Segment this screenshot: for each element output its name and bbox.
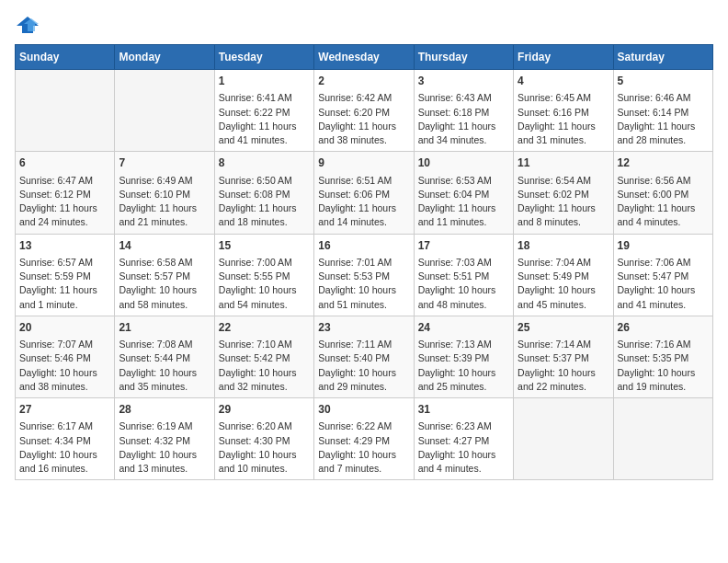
day-number: 9: [318, 155, 409, 171]
day-number: 27: [19, 402, 110, 418]
calendar-cell: 13Sunrise: 6:57 AMSunset: 5:59 PMDayligh…: [16, 234, 115, 316]
calendar-cell: 2Sunrise: 6:42 AMSunset: 6:20 PMDaylight…: [314, 70, 414, 152]
cell-text: Sunset: 4:30 PM: [219, 434, 310, 448]
calendar-cell: 17Sunrise: 7:03 AMSunset: 5:51 PMDayligh…: [414, 234, 513, 316]
calendar-cell: 10Sunrise: 6:53 AMSunset: 6:04 PMDayligh…: [414, 152, 513, 234]
day-header: Wednesday: [314, 45, 414, 70]
cell-text: Daylight: 10 hours and 10 minutes.: [219, 448, 310, 476]
cell-text: Sunset: 5:49 PM: [518, 270, 609, 283]
day-header: Tuesday: [214, 45, 313, 70]
calendar-cell: 26Sunrise: 7:16 AMSunset: 5:35 PMDayligh…: [613, 316, 712, 397]
cell-text: Daylight: 11 hours and 38 minutes.: [318, 120, 409, 147]
calendar-cell: 12Sunrise: 6:56 AMSunset: 6:00 PMDayligh…: [613, 152, 712, 234]
cell-text: Sunrise: 6:43 AM: [418, 91, 509, 105]
day-number: 6: [19, 155, 110, 171]
day-number: 15: [219, 238, 310, 254]
cell-text: Sunrise: 7:08 AM: [119, 338, 210, 351]
day-number: 22: [219, 320, 310, 336]
cell-text: Sunrise: 7:11 AM: [318, 338, 409, 351]
day-number: 29: [219, 402, 310, 418]
cell-text: Sunset: 5:39 PM: [418, 351, 509, 365]
cell-text: Sunrise: 6:20 AM: [219, 419, 310, 433]
day-number: 25: [518, 320, 609, 336]
day-number: 3: [418, 74, 509, 89]
calendar-cell: 31Sunrise: 6:23 AMSunset: 4:27 PMDayligh…: [414, 398, 513, 480]
calendar-table: SundayMondayTuesdayWednesdayThursdayFrid…: [15, 44, 713, 480]
cell-text: Sunset: 6:16 PM: [518, 106, 609, 120]
day-number: 4: [518, 74, 609, 89]
cell-text: Daylight: 11 hours and 18 minutes.: [219, 201, 310, 229]
calendar-cell: [16, 70, 115, 152]
day-number: 23: [318, 320, 409, 336]
cell-text: Sunset: 4:29 PM: [318, 434, 409, 448]
cell-text: Daylight: 10 hours and 41 minutes.: [618, 283, 709, 311]
cell-text: Daylight: 10 hours and 29 minutes.: [318, 366, 409, 394]
day-number: 11: [518, 155, 609, 171]
cell-text: Sunset: 5:46 PM: [19, 351, 110, 365]
cell-text: Sunset: 5:42 PM: [219, 351, 310, 365]
day-header: Friday: [514, 45, 613, 70]
day-number: 26: [618, 320, 709, 336]
cell-text: Sunset: 6:14 PM: [618, 106, 709, 120]
calendar-cell: [115, 70, 214, 152]
day-number: 16: [318, 238, 409, 254]
cell-text: Sunrise: 6:49 AM: [119, 174, 210, 188]
cell-text: Daylight: 10 hours and 13 minutes.: [119, 448, 210, 476]
cell-text: Daylight: 11 hours and 8 minutes.: [518, 201, 609, 229]
cell-text: Sunset: 5:35 PM: [618, 351, 709, 365]
cell-text: Sunrise: 7:01 AM: [318, 256, 409, 270]
day-number: 30: [318, 402, 409, 418]
cell-text: Sunrise: 6:58 AM: [119, 256, 210, 270]
calendar-cell: 6Sunrise: 6:47 AMSunset: 6:12 PMDaylight…: [16, 152, 115, 234]
page-header: [15, 15, 713, 35]
cell-text: Daylight: 10 hours and 48 minutes.: [418, 283, 509, 311]
cell-text: Sunrise: 7:13 AM: [418, 338, 509, 351]
calendar-week: 6Sunrise: 6:47 AMSunset: 6:12 PMDaylight…: [16, 152, 713, 234]
calendar-cell: 18Sunrise: 7:04 AMSunset: 5:49 PMDayligh…: [514, 234, 613, 316]
cell-text: Sunrise: 7:00 AM: [219, 256, 310, 270]
calendar-week: 1Sunrise: 6:41 AMSunset: 6:22 PMDaylight…: [16, 70, 713, 152]
cell-text: Sunset: 6:22 PM: [219, 106, 310, 120]
day-header: Thursday: [414, 45, 513, 70]
cell-text: Sunset: 4:27 PM: [418, 434, 509, 448]
calendar-cell: 1Sunrise: 6:41 AMSunset: 6:22 PMDaylight…: [214, 70, 313, 152]
cell-text: Sunrise: 6:42 AM: [318, 91, 409, 105]
day-number: 18: [518, 238, 609, 254]
logo-icon: [15, 15, 40, 35]
cell-text: Sunrise: 6:23 AM: [418, 419, 509, 433]
cell-text: Sunrise: 7:03 AM: [418, 256, 509, 270]
day-header: Monday: [115, 45, 214, 70]
calendar-cell: [514, 398, 613, 480]
cell-text: Sunrise: 7:10 AM: [219, 338, 310, 351]
cell-text: Sunset: 6:18 PM: [418, 106, 509, 120]
cell-text: Sunset: 6:10 PM: [119, 188, 210, 201]
calendar-cell: 29Sunrise: 6:20 AMSunset: 4:30 PMDayligh…: [214, 398, 313, 480]
calendar-cell: 9Sunrise: 6:51 AMSunset: 6:06 PMDaylight…: [314, 152, 414, 234]
cell-text: Sunrise: 7:14 AM: [518, 338, 609, 351]
cell-text: Sunrise: 6:19 AM: [119, 419, 210, 433]
cell-text: Daylight: 10 hours and 19 minutes.: [618, 366, 709, 394]
cell-text: Sunrise: 7:07 AM: [19, 338, 110, 351]
calendar-cell: 7Sunrise: 6:49 AMSunset: 6:10 PMDaylight…: [115, 152, 214, 234]
cell-text: Sunset: 4:32 PM: [119, 434, 210, 448]
calendar-cell: 30Sunrise: 6:22 AMSunset: 4:29 PMDayligh…: [314, 398, 414, 480]
calendar-cell: 14Sunrise: 6:58 AMSunset: 5:57 PMDayligh…: [115, 234, 214, 316]
day-number: 24: [418, 320, 509, 336]
cell-text: Sunset: 6:12 PM: [19, 188, 110, 201]
day-number: 21: [119, 320, 210, 336]
day-number: 5: [618, 74, 709, 89]
cell-text: Sunset: 5:51 PM: [418, 270, 509, 283]
cell-text: Sunset: 5:53 PM: [318, 270, 409, 283]
cell-text: Sunset: 5:44 PM: [119, 351, 210, 365]
cell-text: Daylight: 10 hours and 16 minutes.: [19, 448, 110, 476]
day-number: 17: [418, 238, 509, 254]
calendar-week: 27Sunrise: 6:17 AMSunset: 4:34 PMDayligh…: [16, 398, 713, 480]
cell-text: Daylight: 10 hours and 4 minutes.: [418, 448, 509, 476]
cell-text: Sunrise: 6:46 AM: [618, 91, 709, 105]
cell-text: Sunrise: 6:50 AM: [219, 174, 310, 188]
cell-text: Sunrise: 6:57 AM: [19, 256, 110, 270]
calendar-header: SundayMondayTuesdayWednesdayThursdayFrid…: [16, 45, 713, 70]
calendar-cell: 15Sunrise: 7:00 AMSunset: 5:55 PMDayligh…: [214, 234, 313, 316]
cell-text: Sunrise: 6:41 AM: [219, 91, 310, 105]
cell-text: Sunrise: 6:22 AM: [318, 419, 409, 433]
